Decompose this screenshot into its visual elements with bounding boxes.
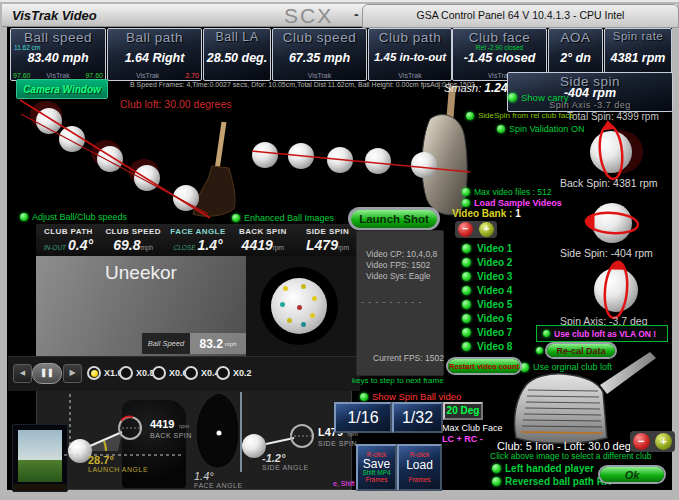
ratio-1-32-button[interactable]: 1/32 [392,402,443,433]
video-item[interactable]: Video 2 [477,257,512,268]
recal-data-button[interactable]: Re-cal Data [547,344,615,357]
enhanced-images-label[interactable]: Enhanced Ball Images [244,213,334,223]
load-frames-button[interactable]: R-click Load Frames [397,444,442,491]
app-window: VisTrak Video SCX - GSA Control Panel 64… [0,0,679,500]
ok-button[interactable]: Ok [600,467,664,482]
left-handed-led[interactable] [492,464,501,473]
vistrak-value: 97.60 [85,72,103,79]
loft-minus-button[interactable]: − [633,433,650,450]
stat-label: Ball speed [11,30,105,45]
video-sys: Video Sys: Eagle [366,271,431,281]
video-led [462,300,471,309]
trajectory-ball [411,152,437,178]
launch-shot-container: Launch Shot [348,207,440,230]
pause-button[interactable]: ❚❚ [32,363,62,384]
reversed-path-label[interactable]: Reversed ball path RH [505,476,611,487]
show-spin-video-led[interactable] [360,393,368,401]
sidespin-rel-label[interactable]: SideSpin from rel club face [478,111,574,120]
ball-speed-overlay-value: 83.2 [199,337,222,351]
ratio-1-16-button[interactable]: 1/16 [334,402,392,433]
vistrak-label: VisTrak [136,72,159,79]
video-item[interactable]: Video 8 [477,341,512,352]
header-unit: rpm [273,244,284,251]
minimize-button[interactable]: - [354,6,359,22]
step-back-button[interactable]: ◀ [13,364,32,383]
show-carry-led[interactable] [508,93,517,102]
speed-radio-x06[interactable]: X0.6 [152,366,188,380]
video-item[interactable]: Video 6 [477,313,512,324]
trajectory-ball [327,147,353,173]
camera-window-button[interactable]: Camera Window [16,79,108,99]
scx-logo: SCX [284,4,333,28]
stat-value: -1.45 closed [453,51,546,65]
header-prefix: CLOSE [173,244,195,251]
stat-label: Club speed [273,30,366,45]
speed-radio-x04[interactable]: X0.4 [184,366,220,380]
stat-value: 28.50 deg. [204,51,270,65]
video-fps: Video FPS: 1502 [366,260,430,270]
loft-plus-button[interactable]: + [655,433,672,450]
use-club-loft-vla-toggle[interactable]: Use club loft as VLA ON ! [536,325,668,342]
max-video-led [462,188,470,196]
gsa-title-bar: GSA Control Panel 64 V 10.4.1.3 - CPU In… [362,4,679,28]
launch-shot-button[interactable]: Launch Shot [351,210,437,228]
vistrak-value: 97.60 [13,72,31,79]
restart-video-count-button[interactable]: Restart video count [448,359,520,373]
trajectory-ball [173,185,199,211]
video-item[interactable]: Video 3 [477,271,512,282]
save-frames-button[interactable]: R-click Save Shift MP4 Frames [356,444,397,491]
speed-radio-x10[interactable]: X1.0 [87,366,123,380]
video-item[interactable]: Video 5 [477,299,512,310]
show-carry-label[interactable]: Show carry [521,92,569,103]
speed-radio-x02[interactable]: X0.2 [216,366,252,380]
left-handed-label[interactable]: Left handed player [505,463,594,474]
stat-label: Club path [369,30,451,45]
load-sample-videos-label[interactable]: Load Sample Videos [474,198,562,208]
step-hint: keys to step to next frame [352,376,444,385]
side-spin-text: Side Spin: -404 rpm [560,247,653,259]
dashes-row: - - - - - - - - - [361,297,422,307]
header-value: 0.4° [68,237,93,253]
trajectory-ball [97,146,123,172]
camera-view: Uneekor Ball Speed 83.2mph [36,256,246,356]
load-sample-led[interactable] [462,199,470,207]
stat-sub: 11.62 cm [14,44,40,51]
speed-radio-x08[interactable]: X0.8 [119,366,155,380]
video-item[interactable]: Video 7 [477,327,512,338]
simulator-photo[interactable] [12,424,68,492]
ball-closeup-view [246,256,360,356]
adjust-speeds-led[interactable] [20,213,28,221]
video-item[interactable]: Video 1 [477,243,512,254]
deg-20-button[interactable]: 20 Deg [443,402,483,420]
header-value: L479 [306,237,338,253]
show-spin-video-label[interactable]: Show Spin Ball video [372,391,461,402]
adjust-speeds-label[interactable]: Adjust Ball/Club speeds [32,212,127,222]
trajectory-ball [36,108,62,134]
side-spin-ball [592,203,632,243]
restart-video-label: Restart video count [449,362,519,371]
spin-validation-label[interactable]: Spin Validation ON [509,124,584,134]
step-forward-button[interactable]: ▶ [63,364,82,383]
enhanced-images-led[interactable] [232,214,240,222]
stat-value: 67.35 mph [273,51,366,65]
video-bank-minus-button[interactable]: − [458,222,473,237]
video-bank-value: 1 [515,208,521,219]
spin-validation-led[interactable] [497,125,505,133]
playback-bar: ◀ ❚❚ ▶ X1.0 X0.8 X0.6 X0.4 X0.2 [8,356,360,391]
video-led [462,342,471,351]
sidespin-rel-led[interactable] [466,112,474,120]
original-loft-label[interactable]: Use orginal club loft [533,362,612,372]
stat-value: 83.40 mph [11,51,105,65]
header-label: BACK SPIN [230,227,295,236]
reversed-path-led[interactable] [492,477,501,486]
camera-window-label: Camera Window [23,84,101,95]
club-click-hint: Click above image to select a different … [490,451,651,461]
stat-ball-speed: Ball speed 11.62 cm 83.40 mph 97.60VisTr… [10,28,106,81]
video-bank-plus-button[interactable]: + [479,222,494,237]
trajectory-ball [134,165,160,191]
original-loft-led[interactable] [520,363,529,372]
ball-closeup-ball [271,278,327,334]
video-item[interactable]: Video 4 [477,285,512,296]
vistrak-label: VisTrak [398,72,421,79]
current-fps: Current FPS: 1502 [373,353,444,363]
